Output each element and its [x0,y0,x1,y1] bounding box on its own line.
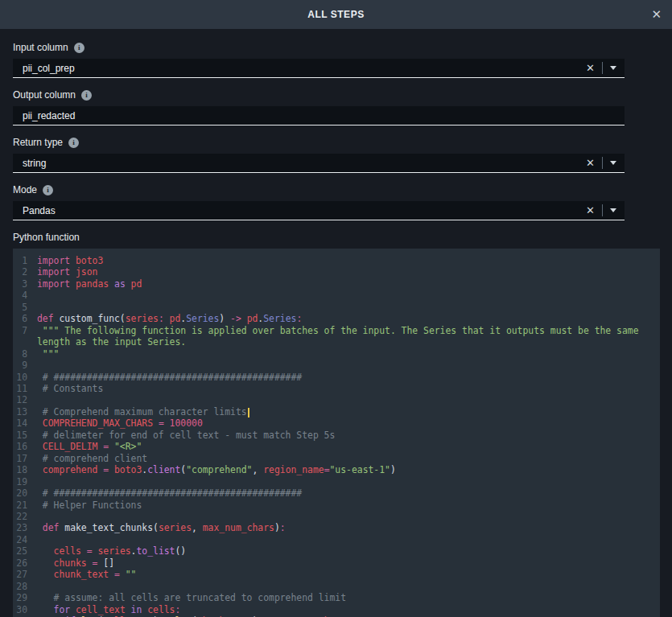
input-column-label-row: Input column i [13,42,659,53]
line-content: chunk_text = "" [37,569,136,580]
line-content [37,476,43,487]
code-line: 26 chunks = [] [13,557,660,569]
line-content: CELL_DELIM = "<R>" [37,441,142,452]
line-number: 10 [13,372,37,383]
line-number: 29 [13,592,37,603]
line-number: 25 [13,545,37,557]
line-number: 16 [13,441,37,452]
line-content: def custom_func(series: pd.Series) -> pd… [37,313,302,324]
dialog-title: ALL STEPS [307,9,364,20]
line-content: chunks = [] [37,557,114,569]
line-content: import boto3 [37,255,103,266]
divider [602,204,603,216]
code-line: 21 # Helper Functions [13,500,660,511]
line-number: 19 [13,476,37,487]
line-number: 12 [13,394,37,405]
line-number: 11 [13,383,37,394]
code-line: 20 # ###################################… [13,487,660,499]
line-number: 13 [13,406,37,418]
code-line: 5 [13,302,660,313]
line-number: 1 [13,255,37,266]
line-content: # Helper Functions [37,500,142,511]
line-content [37,534,43,545]
line-content [37,511,43,522]
info-icon[interactable]: i [43,185,53,195]
info-icon[interactable]: i [68,138,79,148]
line-number: 23 [13,522,37,533]
line-number: 5 [13,302,37,313]
code-line: 19 [13,476,660,487]
clear-icon[interactable]: ✕ [586,63,595,73]
line-content [37,302,43,313]
line-number [13,336,37,348]
python-function-label: Python function [13,232,659,243]
line-content: # ######################################… [37,487,302,499]
code-line: 15 # delimeter for end of cell text - mu… [13,430,660,441]
code-line: 13 # Comprehend maximum character limits [13,406,660,418]
return-type-select[interactable]: string ✕ [13,154,625,173]
input-column-value: pii_col_prep [23,63,75,74]
line-content: # assume: all cells are truncated to com… [37,592,346,603]
line-number: 22 [13,511,37,522]
code-line: 3import pandas as pd [13,278,660,290]
line-content: # comprehend client [37,453,147,464]
line-content: # Constants [37,383,103,394]
line-number: 20 [13,487,37,499]
input-column-label: Input column [13,42,68,53]
chevron-down-icon[interactable] [610,66,616,70]
line-content: cells = series.to_list() [37,545,186,557]
output-column-value: pii_redacted [23,110,75,121]
code-line: 1import boto3 [13,255,660,266]
line-number: 3 [13,278,37,290]
line-content: length as the input Series. [37,336,186,348]
clear-icon[interactable]: ✕ [586,158,595,168]
info-icon[interactable]: i [74,43,85,53]
line-number: 2 [13,266,37,278]
output-column-label: Output column [13,89,76,101]
code-line: 10 # ###################################… [13,372,660,383]
code-line: 16 CELL_DELIM = "<R>" [13,441,660,452]
line-content [37,290,43,301]
line-content [37,360,43,371]
code-line: 12 [13,394,660,405]
line-content: import json [37,266,97,278]
line-number: 7 [13,325,37,336]
chevron-down-icon[interactable] [610,161,616,165]
code-line: 14 COMPREHEND_MAX_CHARS = 100000 [13,418,660,429]
line-content: # ######################################… [37,372,302,383]
line-number: 8 [13,348,37,360]
line-number: 24 [13,534,37,545]
line-number: 4 [13,290,37,301]
code-line: length as the input Series. [13,336,660,348]
code-line: 24 [13,534,660,545]
code-line: 29 # assume: all cells are truncated to … [13,592,660,603]
chevron-down-icon[interactable] [610,208,616,212]
code-line: 8 """ [13,348,660,360]
info-icon[interactable]: i [81,90,92,101]
line-number: 30 [13,604,37,615]
line-number: 26 [13,557,37,569]
text-cursor [248,408,249,418]
code-line: 23 def make_text_chunks(series, max_num_… [13,522,660,533]
close-icon[interactable]: ✕ [651,6,662,23]
input-column-select[interactable]: pii_col_prep ✕ [13,59,625,78]
divider [602,157,603,169]
code-line: 2import json [13,266,660,278]
return-type-label: Return type [13,137,63,148]
line-content: """ The following function is applied ov… [37,325,639,336]
return-type-value: string [23,158,46,169]
line-number: 27 [13,569,37,580]
output-column-input[interactable]: pii_redacted [13,106,625,125]
code-line: 28 [13,581,660,592]
code-line: 6def custom_func(series: pd.Series) -> p… [13,313,660,324]
line-content: for cell_text in cells: [37,604,180,615]
line-number: 9 [13,360,37,371]
code-line: 17 # comprehend client [13,453,660,464]
mode-select[interactable]: Pandas ✕ [13,201,625,220]
clear-icon[interactable]: ✕ [586,205,595,216]
line-number: 17 [13,453,37,464]
dialog-header: ALL STEPS ✕ [0,0,672,29]
code-line: 18 comprehend = boto3.client("comprehend… [13,464,660,475]
python-code-editor[interactable]: 1import boto32import json3import pandas … [13,249,660,617]
line-content: def make_text_chunks(series, max_num_cha… [37,522,286,533]
